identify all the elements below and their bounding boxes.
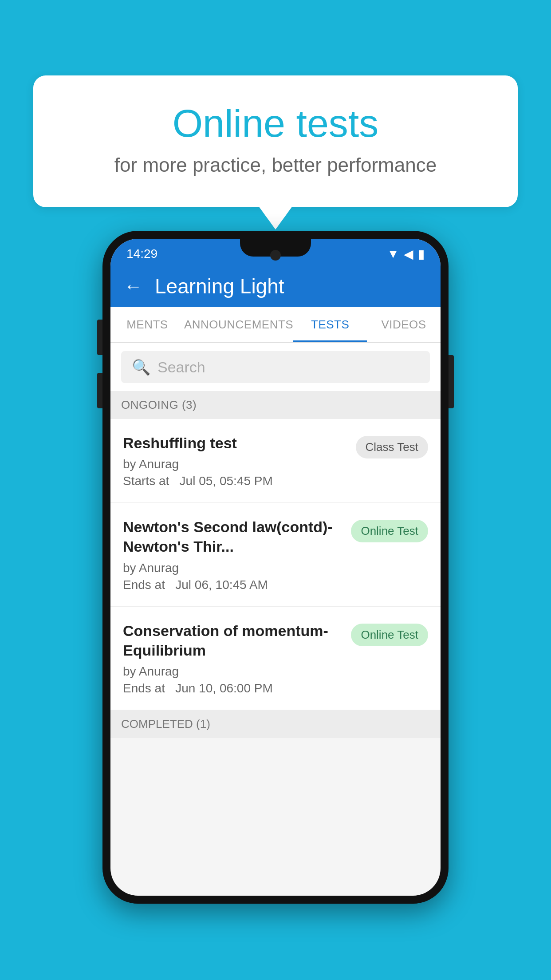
- ongoing-section-header: ONGOING (3): [110, 391, 441, 419]
- phone-notch: [240, 239, 311, 257]
- tab-announcements[interactable]: ANNOUNCEMENTS: [184, 307, 293, 342]
- test-badge-online: Online Test: [351, 520, 428, 542]
- test-time: Ends at Jul 06, 10:45 AM: [123, 578, 342, 592]
- test-name: Reshuffling test: [123, 433, 347, 453]
- test-item[interactable]: Conservation of momentum-Equilibrium by …: [110, 607, 441, 710]
- search-icon: 🔍: [132, 358, 150, 376]
- tabs-bar: MENTS ANNOUNCEMENTS TESTS VIDEOS: [110, 307, 441, 343]
- speech-bubble: Online tests for more practice, better p…: [33, 75, 518, 207]
- test-time: Ends at Jun 10, 06:00 PM: [123, 681, 342, 695]
- time-value: Jul 05, 05:45 PM: [180, 474, 273, 488]
- test-author: by Anurag: [123, 561, 342, 575]
- bubble-title: Online tests: [64, 102, 487, 145]
- status-icons: ▼ ◀ ▮: [387, 247, 425, 261]
- test-name: Conservation of momentum-Equilibrium: [123, 621, 342, 660]
- back-button[interactable]: ←: [124, 276, 142, 297]
- time-value: Jul 06, 10:45 AM: [175, 578, 268, 592]
- test-info: Reshuffling test by Anurag Starts at Jul…: [123, 433, 356, 488]
- time-label: Ends at: [123, 578, 165, 592]
- app-header: ← Learning Light: [110, 265, 441, 307]
- tab-videos[interactable]: VIDEOS: [367, 307, 441, 342]
- test-item[interactable]: Reshuffling test by Anurag Starts at Jul…: [110, 419, 441, 503]
- phone-screen: 14:29 ▼ ◀ ▮ ← Learning Light MENTS ANNOU…: [110, 239, 441, 896]
- search-box[interactable]: 🔍 Search: [121, 351, 430, 383]
- search-container: 🔍 Search: [110, 343, 441, 391]
- search-input[interactable]: Search: [157, 359, 205, 376]
- time-label: Starts at: [123, 474, 169, 488]
- wifi-icon: ▼: [387, 247, 399, 261]
- test-time: Starts at Jul 05, 05:45 PM: [123, 474, 347, 488]
- power-button: [449, 355, 454, 408]
- signal-icon: ◀: [404, 247, 413, 261]
- volume-up-button: [97, 320, 102, 355]
- app-title: Learning Light: [155, 274, 284, 298]
- test-info: Newton's Second law(contd)-Newton's Thir…: [123, 517, 351, 592]
- test-info: Conservation of momentum-Equilibrium by …: [123, 621, 351, 695]
- status-time: 14:29: [126, 247, 157, 261]
- time-value: Jun 10, 06:00 PM: [175, 681, 272, 695]
- completed-section-header: COMPLETED (1): [110, 710, 441, 738]
- time-label: Ends at: [123, 681, 165, 695]
- bubble-subtitle: for more practice, better performance: [64, 154, 487, 176]
- test-author: by Anurag: [123, 664, 342, 679]
- ongoing-title: ONGOING (3): [121, 398, 197, 411]
- tab-ments[interactable]: MENTS: [110, 307, 184, 342]
- front-camera: [270, 250, 281, 261]
- completed-title: COMPLETED (1): [121, 717, 210, 731]
- test-item[interactable]: Newton's Second law(contd)-Newton's Thir…: [110, 503, 441, 606]
- tab-tests[interactable]: TESTS: [293, 307, 367, 342]
- phone-frame: 14:29 ▼ ◀ ▮ ← Learning Light MENTS ANNOU…: [102, 231, 449, 904]
- battery-icon: ▮: [418, 247, 425, 261]
- test-badge-online: Online Test: [351, 624, 428, 646]
- volume-down-button: [97, 373, 102, 408]
- test-name: Newton's Second law(contd)-Newton's Thir…: [123, 517, 342, 556]
- test-badge-class: Class Test: [356, 436, 428, 458]
- test-author: by Anurag: [123, 457, 347, 471]
